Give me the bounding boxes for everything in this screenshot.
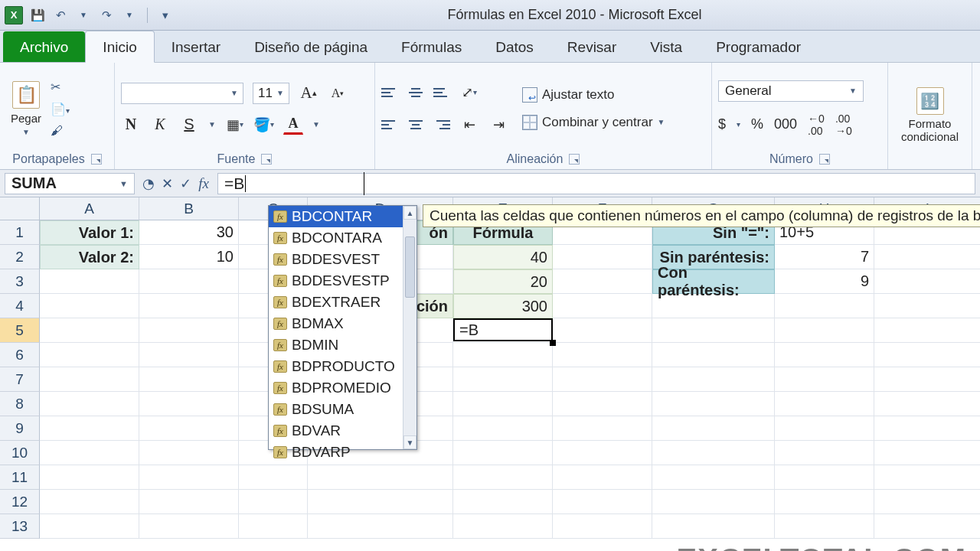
paste-button[interactable]: Pegar ▼ — [6, 81, 46, 136]
cell-E10[interactable] — [453, 441, 553, 465]
cell-H2[interactable]: 7 — [775, 245, 874, 269]
cell-G3[interactable]: Con paréntesis: — [652, 269, 775, 294]
cell-E11[interactable] — [453, 465, 553, 490]
font-color-menu[interactable]: ▼ — [312, 120, 320, 129]
cell-E12[interactable] — [453, 490, 553, 514]
cell-F8[interactable] — [553, 392, 652, 416]
cell-E5[interactable]: =B — [453, 318, 553, 341]
cell-I8[interactable] — [874, 392, 980, 416]
cell-G5[interactable] — [652, 318, 775, 343]
cell-I2[interactable] — [874, 245, 980, 269]
cell-B12[interactable] — [139, 490, 239, 514]
cell-B8[interactable] — [139, 392, 239, 416]
row-header-13[interactable]: 13 — [0, 514, 40, 539]
autocomplete-item[interactable]: fxBDMAX — [269, 313, 416, 334]
increase-decimal-button[interactable]: ←0.00 — [808, 112, 825, 137]
cell-A12[interactable] — [40, 490, 139, 514]
tab-datos[interactable]: Datos — [479, 31, 550, 62]
cell-G7[interactable] — [652, 367, 775, 392]
cell-I4[interactable] — [874, 294, 980, 318]
cell-G6[interactable] — [652, 343, 775, 367]
comma-button[interactable]: 000 — [774, 116, 797, 132]
cell-H10[interactable] — [775, 441, 874, 465]
cell-D11[interactable] — [308, 465, 453, 490]
cell-H4[interactable] — [775, 294, 874, 318]
cut-icon[interactable]: ✂ — [51, 80, 70, 94]
grow-font-button[interactable]: A▴ — [299, 83, 318, 103]
tab-diseno[interactable]: Diseño de página — [237, 31, 384, 62]
cell-H7[interactable] — [775, 367, 874, 392]
tab-archivo[interactable]: Archivo — [3, 31, 85, 62]
cell-B9[interactable] — [139, 416, 239, 441]
cell-F2[interactable] — [553, 245, 652, 269]
copy-icon[interactable]: 📄▾ — [51, 102, 70, 116]
row-header-5[interactable]: 5 — [0, 318, 40, 343]
cell-B1[interactable]: 30 — [139, 220, 239, 245]
bold-button[interactable]: N — [121, 115, 141, 135]
autocomplete-item[interactable]: fxBDSUMA — [269, 399, 416, 420]
align-top-button[interactable] — [381, 84, 398, 101]
dialog-launcher-icon[interactable] — [819, 154, 830, 165]
cell-I5[interactable] — [874, 318, 980, 343]
decrease-decimal-button[interactable]: .00→0 — [835, 112, 852, 137]
enter-button[interactable]: ✓ — [176, 173, 194, 194]
cell-F13[interactable] — [553, 514, 652, 539]
row-header-4[interactable]: 4 — [0, 294, 40, 318]
cell-E6[interactable] — [453, 343, 553, 367]
cell-D13[interactable] — [308, 514, 453, 539]
fill-handle[interactable] — [550, 340, 556, 346]
autocomplete-scrollbar[interactable]: ▲ ▼ — [403, 206, 416, 449]
currency-menu[interactable]: ▾ — [737, 120, 740, 129]
cell-E2[interactable]: 40 — [453, 245, 553, 269]
cell-B6[interactable] — [139, 343, 239, 367]
row-header-3[interactable]: 3 — [0, 269, 40, 294]
cell-A13[interactable] — [40, 514, 139, 539]
cell-H9[interactable] — [775, 416, 874, 441]
autocomplete-item[interactable]: fxBDVAR — [269, 420, 416, 442]
formula-input[interactable]: =B — [217, 173, 975, 194]
cell-A10[interactable] — [40, 441, 139, 465]
scroll-thumb[interactable] — [405, 236, 415, 298]
spreadsheet-grid[interactable]: ABCDEFGHI 12345678910111213 Valor 1:Valo… — [0, 197, 980, 551]
cell-I7[interactable] — [874, 367, 980, 392]
orientation-button[interactable]: ⤢▾ — [459, 83, 479, 103]
autocomplete-item[interactable]: fxBDCONTARA — [269, 227, 416, 249]
cell-G12[interactable] — [652, 490, 775, 514]
cell-I13[interactable] — [874, 514, 980, 539]
tab-revisar[interactable]: Revisar — [550, 31, 633, 62]
underline-menu[interactable]: ▼ — [208, 120, 216, 129]
cell-A1[interactable]: Valor 1: — [40, 220, 139, 245]
redo-button[interactable]: ↷ — [98, 7, 115, 24]
cell-A5[interactable] — [40, 318, 139, 343]
cell-B13[interactable] — [139, 514, 239, 539]
redo-menu[interactable]: ▼ — [121, 7, 138, 24]
row-header-10[interactable]: 10 — [0, 441, 40, 465]
row-header-7[interactable]: 7 — [0, 367, 40, 392]
align-right-button[interactable] — [433, 116, 450, 133]
column-header-A[interactable]: A — [40, 197, 139, 220]
cell-F10[interactable] — [553, 441, 652, 465]
font-size-dropdown[interactable]: 11▼ — [253, 83, 289, 104]
align-middle-button[interactable] — [407, 84, 424, 101]
wrap-text-button[interactable]: Ajustar texto — [522, 87, 665, 103]
cell-F6[interactable] — [553, 343, 652, 367]
cell-F9[interactable] — [553, 416, 652, 441]
cell-H12[interactable] — [775, 490, 874, 514]
decrease-indent-button[interactable]: ⇤ — [459, 115, 479, 135]
align-center-button[interactable] — [407, 116, 424, 133]
borders-button[interactable]: ▦▾ — [225, 115, 245, 135]
cell-F3[interactable] — [553, 269, 652, 294]
fill-color-button[interactable]: 🪣▾ — [254, 115, 274, 135]
row-header-12[interactable]: 12 — [0, 490, 40, 514]
cell-A3[interactable] — [40, 269, 139, 294]
cell-G11[interactable] — [652, 465, 775, 490]
cell-B11[interactable] — [139, 465, 239, 490]
align-bottom-button[interactable] — [433, 84, 450, 101]
cell-I9[interactable] — [874, 416, 980, 441]
cell-B3[interactable] — [139, 269, 239, 294]
cell-C13[interactable] — [239, 514, 308, 539]
underline-button[interactable]: S — [179, 115, 199, 135]
cell-H8[interactable] — [775, 392, 874, 416]
cell-H13[interactable] — [775, 514, 874, 539]
cancel-button[interactable]: ✕ — [158, 173, 176, 194]
